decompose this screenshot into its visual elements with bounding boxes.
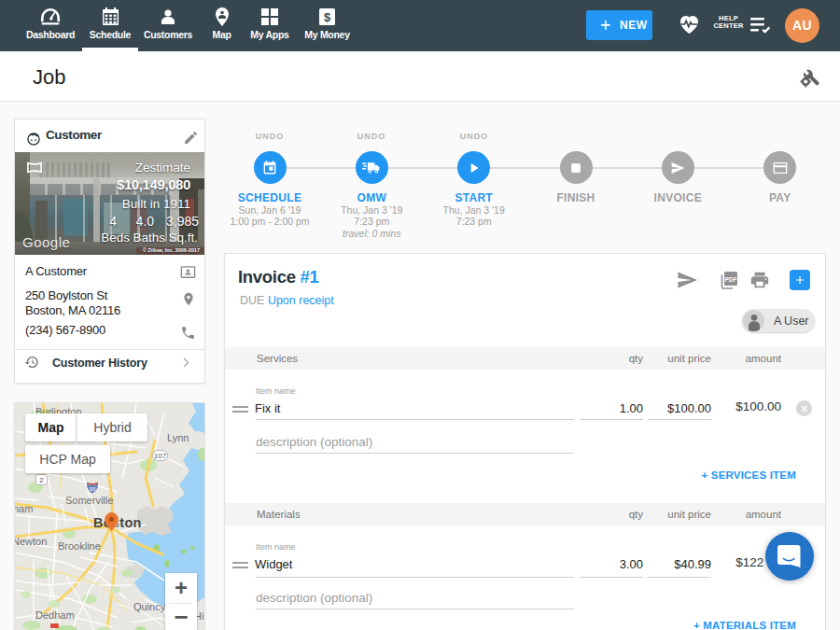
- svg-text:$: $: [324, 10, 331, 24]
- svg-text:93: 93: [90, 486, 96, 492]
- svg-text:PDF: PDF: [725, 276, 737, 283]
